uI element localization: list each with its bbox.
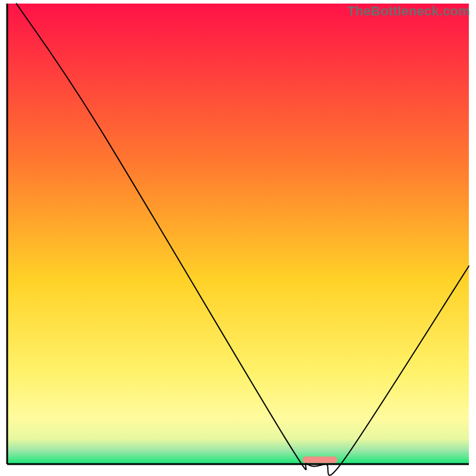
marker-pill [303, 456, 337, 463]
background-gradient [7, 4, 469, 464]
chart-svg [0, 0, 476, 476]
plot-area [7, 4, 469, 475]
chart-container: TheBottleneck.com [0, 0, 476, 476]
